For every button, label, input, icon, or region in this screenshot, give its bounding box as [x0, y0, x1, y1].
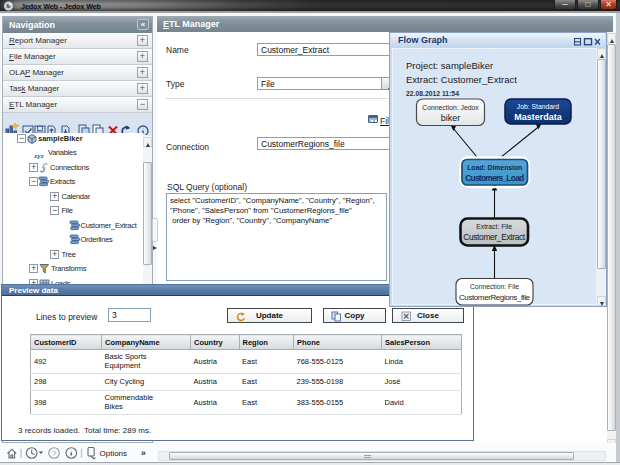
svg-text:Customer_Extract: Customer_Extract [463, 232, 526, 242]
svg-text:Connection: File: Connection: File [470, 283, 519, 290]
svg-text:Masterdata: Masterdata [514, 112, 563, 122]
svg-text:Extract: File: Extract: File [476, 223, 512, 230]
svg-text:Job: Standard: Job: Standard [517, 103, 560, 110]
svg-text:CustomerRegions_file: CustomerRegions_file [459, 293, 531, 302]
svg-text:Project: sampleBiker: Project: sampleBiker [406, 60, 493, 71]
svg-text:Connection: Jedox: Connection: Jedox [422, 104, 479, 111]
svg-text:Options: Options [100, 449, 128, 458]
svg-text:Customers_Load: Customers_Load [465, 173, 524, 183]
svg-text:Load: Dimension: Load: Dimension [467, 164, 522, 171]
svg-text:biker: biker [441, 113, 461, 123]
svg-text:Extract: Customer_Extract: Extract: Customer_Extract [406, 74, 517, 85]
svg-text:22.08.2012 11:54: 22.08.2012 11:54 [406, 90, 459, 97]
svg-text:?: ? [52, 449, 56, 458]
